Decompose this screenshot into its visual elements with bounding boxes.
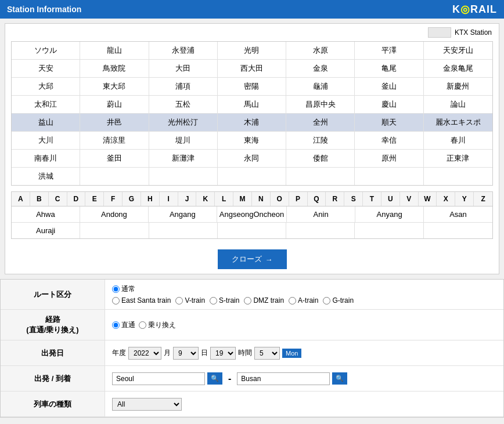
alpha-letter[interactable]: B [30,192,49,206]
alpha-letter[interactable]: Q [308,192,326,206]
jp-station-cell[interactable]: 井邑 [80,114,149,131]
alpha-letter[interactable]: V [400,192,419,206]
alpha-letter[interactable]: M [233,192,252,206]
jp-station-cell[interactable]: 永登浦 [149,42,218,59]
jp-station-cell[interactable]: 釜田 [80,150,149,167]
alpha-letter[interactable]: I [160,192,178,206]
alpha-letter[interactable]: D [67,192,86,206]
time-select[interactable]: 0123 4567 891011 12 [254,347,280,360]
departure-search-button[interactable]: 🔍 [207,372,222,385]
radio-normal[interactable]: 通常 [112,284,135,294]
jp-station-cell[interactable]: 麗水エキスポ [424,114,492,131]
radio-transfer-input[interactable] [139,321,146,329]
jp-station-cell[interactable]: 倭館 [286,150,355,167]
jp-station-cell[interactable] [355,168,423,185]
alpha-letter[interactable]: H [141,192,160,206]
alpha-letter[interactable]: F [104,192,123,206]
alpha-letter[interactable]: L [215,192,233,206]
jp-station-cell[interactable]: 南春川 [12,150,80,167]
jp-station-cell[interactable]: 大邱 [12,78,80,95]
jp-station-cell[interactable]: 太和江 [12,96,80,113]
radio-transfer[interactable]: 乗り換え [139,320,176,330]
alpha-letter[interactable]: G [123,192,141,206]
en-station-cell[interactable]: Andong [80,206,149,222]
jp-station-cell[interactable]: 東海 [218,132,286,149]
en-station-cell[interactable]: Auraji [12,223,80,238]
alpha-letter[interactable]: Y [455,192,474,206]
jp-station-cell[interactable]: 西大田 [218,60,286,77]
jp-station-cell[interactable] [149,168,218,185]
en-station-cell[interactable]: Angang [149,206,217,222]
jp-station-cell[interactable]: 亀尾 [355,60,423,77]
alpha-letter[interactable]: Z [474,192,492,206]
alpha-letter[interactable]: A [12,192,30,206]
arrival-search-button[interactable]: 🔍 [332,372,347,385]
jp-station-cell[interactable]: 密陽 [218,78,286,95]
jp-station-cell[interactable]: 天安牙山 [424,42,492,59]
jp-station-cell[interactable]: 東大邱 [80,78,149,95]
en-station-cell[interactable]: Anyang [355,206,424,222]
radio-east-santa-input[interactable] [112,297,120,305]
alpha-letter[interactable]: T [363,192,381,206]
jp-station-cell[interactable]: 鳥致院 [80,60,149,77]
jp-station-cell[interactable]: 益山 [12,114,80,131]
jp-station-cell[interactable] [286,168,355,185]
jp-station-cell[interactable]: 金泉亀尾 [424,60,492,77]
jp-station-cell[interactable]: 江陵 [286,132,355,149]
year-select[interactable]: 202220232024 [128,347,161,360]
alpha-letter[interactable]: C [49,192,67,206]
alpha-letter[interactable]: P [289,192,308,206]
alpha-letter[interactable]: R [326,192,344,206]
jp-station-cell[interactable]: 蔚山 [80,96,149,113]
jp-station-cell[interactable]: 光明 [218,42,286,59]
jp-station-cell[interactable]: 浦項 [149,78,218,95]
radio-direct-input[interactable] [112,321,120,329]
jp-station-cell[interactable]: 幸信 [355,132,423,149]
jp-station-cell[interactable]: 清涼里 [80,132,149,149]
radio-v-train-input[interactable] [175,297,183,305]
jp-station-cell[interactable]: 昌原中央 [286,96,355,113]
en-station-cell[interactable]: Asan [424,206,492,222]
radio-a-train[interactable]: A-train [289,296,318,305]
jp-station-cell[interactable]: 論山 [424,96,492,113]
radio-direct[interactable]: 直通 [112,320,135,330]
en-station-cell[interactable]: Anin [287,206,355,222]
jp-station-cell[interactable]: 正東津 [424,150,492,167]
radio-s-train-input[interactable] [210,297,217,305]
jp-station-cell[interactable]: 順天 [355,114,423,131]
jp-station-cell[interactable]: 金泉 [286,60,355,77]
arrival-input[interactable] [237,372,330,385]
jp-station-cell[interactable]: 洪城 [12,168,80,185]
radio-normal-input[interactable] [112,285,120,293]
jp-station-cell[interactable]: 平澤 [355,42,423,59]
jp-station-cell[interactable]: 天安 [12,60,80,77]
alpha-letter[interactable]: J [178,192,197,206]
alpha-letter[interactable]: K [196,192,215,206]
jp-station-cell[interactable]: 釜山 [355,78,423,95]
jp-station-cell[interactable]: 馬山 [218,96,286,113]
month-select[interactable]: 1234 5678 9101112 [173,347,199,360]
alpha-letter[interactable]: U [381,192,400,206]
jp-station-cell[interactable]: 堤川 [149,132,218,149]
radio-dmz-train-input[interactable] [244,297,251,305]
jp-station-cell[interactable]: 全州 [286,114,355,131]
alpha-letter[interactable]: N [252,192,271,206]
jp-station-cell[interactable]: 龍山 [80,42,149,59]
jp-station-cell[interactable]: 五松 [149,96,218,113]
jp-station-cell[interactable]: 龜浦 [286,78,355,95]
radio-dmz-train[interactable]: DMZ train [244,296,284,305]
radio-east-santa[interactable]: East Santa train [112,296,171,305]
radio-s-train[interactable]: S-train [210,296,239,305]
jp-station-cell[interactable]: 大川 [12,132,80,149]
jp-station-cell[interactable]: 原州 [355,150,423,167]
jp-station-cell[interactable]: 大田 [149,60,218,77]
alpha-letter[interactable]: E [85,192,104,206]
alpha-letter[interactable]: X [437,192,455,206]
radio-a-train-input[interactable] [289,297,296,305]
radio-g-train-input[interactable] [323,297,330,305]
jp-station-cell[interactable]: ソウル [12,42,80,59]
jp-station-cell[interactable]: 光州松汀 [149,114,218,131]
jp-station-cell[interactable]: 水原 [286,42,355,59]
alpha-letter[interactable]: W [419,192,437,206]
radio-v-train[interactable]: V-train [175,296,205,305]
